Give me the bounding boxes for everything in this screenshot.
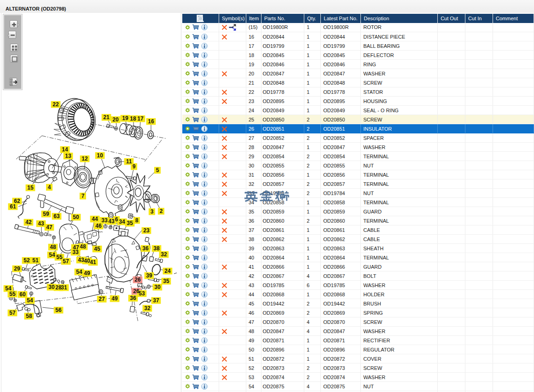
svg-text:7: 7 [81, 193, 85, 199]
svg-text:17: 17 [137, 115, 144, 122]
svg-text:58: 58 [26, 313, 32, 319]
svg-text:57: 57 [9, 310, 16, 316]
svg-text:35: 35 [163, 278, 169, 284]
svg-text:26: 26 [134, 277, 141, 283]
svg-text:51: 51 [32, 257, 39, 264]
svg-text:14: 14 [62, 146, 68, 153]
svg-text:11: 11 [126, 158, 132, 165]
svg-text:46: 46 [95, 223, 102, 229]
svg-text:30: 30 [48, 284, 55, 290]
svg-text:37: 37 [153, 297, 159, 304]
svg-text:43: 43 [78, 257, 84, 263]
svg-text:36: 36 [130, 295, 136, 301]
svg-text:54: 54 [49, 252, 55, 258]
svg-text:35: 35 [127, 220, 133, 226]
svg-text:36: 36 [142, 245, 149, 252]
svg-text:31: 31 [61, 284, 67, 291]
svg-text:6: 6 [115, 216, 118, 223]
svg-text:57: 57 [63, 258, 69, 265]
svg-text:53: 53 [139, 290, 145, 297]
svg-text:34: 34 [119, 219, 125, 225]
svg-text:44: 44 [92, 216, 98, 222]
svg-text:39: 39 [146, 272, 152, 279]
svg-text:49: 49 [84, 270, 90, 277]
svg-text:19: 19 [122, 115, 128, 121]
svg-text:55: 55 [9, 291, 16, 297]
svg-text:55: 55 [56, 254, 63, 260]
svg-text:33: 33 [72, 249, 79, 255]
svg-text:13: 13 [65, 153, 71, 159]
svg-text:16: 16 [148, 118, 154, 125]
svg-text:22: 22 [52, 101, 59, 108]
svg-text:30: 30 [154, 284, 161, 290]
svg-text:12: 12 [81, 156, 88, 162]
svg-text:47: 47 [46, 224, 52, 231]
svg-text:61: 61 [10, 203, 16, 210]
svg-text:41: 41 [90, 259, 96, 265]
svg-text:43: 43 [108, 218, 115, 225]
svg-text:20: 20 [112, 116, 119, 123]
svg-text:10: 10 [97, 152, 103, 159]
svg-text:9: 9 [133, 163, 136, 170]
svg-text:27: 27 [99, 296, 105, 302]
svg-text:21: 21 [103, 114, 110, 121]
svg-text:56: 56 [55, 307, 62, 313]
svg-text:2: 2 [160, 208, 163, 214]
svg-text:54: 54 [27, 297, 33, 304]
svg-text:5: 5 [156, 167, 159, 173]
svg-text:45: 45 [94, 246, 100, 252]
svg-text:49: 49 [111, 295, 118, 302]
svg-text:60: 60 [19, 291, 26, 298]
svg-text:59: 59 [43, 211, 49, 217]
svg-text:43: 43 [38, 220, 44, 227]
svg-text:54: 54 [76, 269, 82, 275]
svg-text:32: 32 [161, 251, 167, 258]
svg-text:18: 18 [130, 115, 136, 122]
svg-text:40: 40 [84, 258, 90, 264]
svg-text:4: 4 [48, 184, 51, 190]
svg-text:48: 48 [50, 244, 56, 250]
svg-text:42: 42 [25, 219, 32, 225]
svg-text:33: 33 [101, 217, 108, 224]
svg-text:50: 50 [73, 214, 79, 220]
svg-text:15: 15 [27, 184, 34, 191]
svg-text:38: 38 [153, 245, 160, 252]
svg-text:8: 8 [135, 217, 139, 224]
svg-text:32: 32 [144, 305, 151, 311]
svg-text:24: 24 [164, 268, 171, 274]
svg-text:23: 23 [143, 227, 150, 234]
svg-text:29: 29 [14, 265, 20, 272]
svg-text:48: 48 [80, 243, 86, 250]
svg-text:3: 3 [151, 208, 154, 215]
svg-text:63: 63 [53, 213, 60, 219]
svg-text:52: 52 [23, 257, 30, 264]
